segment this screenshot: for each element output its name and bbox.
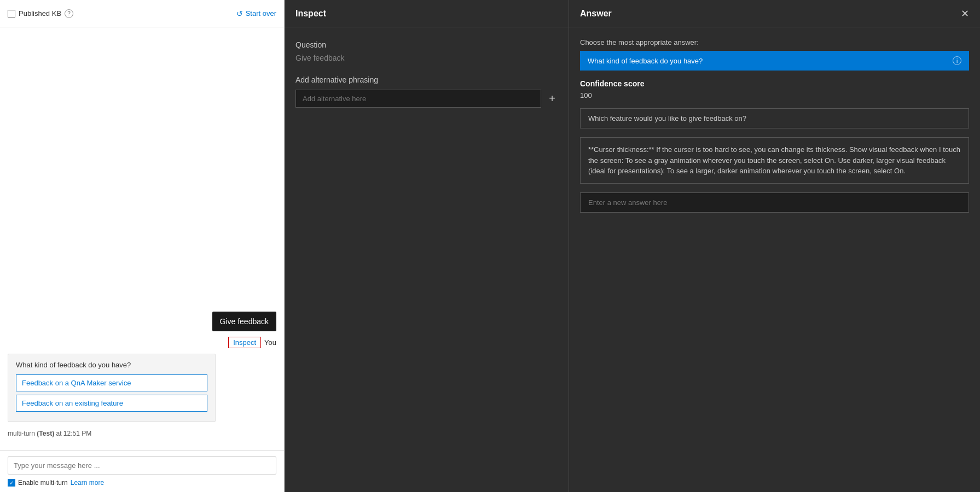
published-kb-help[interactable]: ?: [65, 9, 73, 18]
you-label: You: [264, 338, 276, 347]
alt-phrasing-label: Add alternative phrasing: [295, 75, 558, 84]
message-input[interactable]: [8, 456, 276, 475]
refresh-icon: ↺: [236, 9, 243, 18]
close-button[interactable]: ✕: [961, 8, 969, 20]
answer-option-text: What kind of feedback do you have?: [588, 57, 703, 65]
confidence-section: Confidence score 100: [580, 79, 969, 99]
enable-row: ✓ Enable multi-turn Learn more: [8, 479, 276, 487]
learn-more-link[interactable]: Learn more: [71, 479, 104, 487]
alt-input[interactable]: [295, 90, 541, 108]
middle-content: Question Give feedback Add alternative p…: [285, 27, 569, 121]
question-section: Question Give feedback: [295, 40, 558, 62]
choose-label: Choose the most appropriate answer:: [580, 38, 969, 46]
answer-option[interactable]: What kind of feedback do you have? i: [580, 51, 969, 71]
bot-question: What kind of feedback do you have?: [16, 361, 207, 369]
bot-response: What kind of feedback do you have? Feedb…: [8, 354, 216, 422]
answer-title: Answer: [580, 9, 612, 19]
question-text: Give feedback: [295, 54, 558, 62]
right-header: Answer ✕: [569, 0, 980, 27]
give-feedback-bubble: Give feedback: [212, 312, 277, 331]
right-content: Choose the most appropriate answer: What…: [569, 27, 980, 492]
alt-input-row: +: [295, 90, 558, 108]
option1-button[interactable]: Feedback on a QnA Maker service: [16, 374, 207, 391]
inspect-you-row: Inspect You: [8, 337, 276, 348]
left-header: Published KB ? ↺ Start over: [0, 0, 284, 27]
start-over-label: Start over: [246, 9, 276, 17]
answer-content-box: **Cursor thickness:** If the curser is t…: [580, 137, 969, 184]
confidence-label: Confidence score: [580, 79, 969, 88]
enable-multi-turn-checkbox[interactable]: ✓: [8, 479, 15, 487]
confidence-value: 100: [580, 91, 969, 99]
alt-phrasing-section: Add alternative phrasing +: [295, 75, 558, 108]
start-over-button[interactable]: ↺ Start over: [236, 9, 276, 18]
right-panel: Answer ✕ Choose the most appropriate ans…: [569, 0, 980, 492]
enable-multi-turn-label: Enable multi-turn: [18, 479, 68, 487]
which-feature-box: Which feature would you like to give fee…: [580, 108, 969, 128]
question-section-label: Question: [295, 40, 558, 49]
new-answer-input[interactable]: [580, 192, 969, 213]
info-icon[interactable]: i: [953, 56, 961, 65]
answer-options-section: Choose the most appropriate answer: What…: [580, 38, 969, 71]
left-panel: Published KB ? ↺ Start over Give feedbac…: [0, 0, 285, 492]
option2-button[interactable]: Feedback on an existing feature: [16, 395, 207, 412]
inspect-button[interactable]: Inspect: [228, 337, 261, 348]
inspect-title: Inspect: [295, 9, 326, 19]
middle-panel: Inspect Question Give feedback Add alter…: [285, 0, 569, 492]
chat-area: Give feedback Inspect You What kind of f…: [0, 27, 284, 450]
message-input-area: ✓ Enable multi-turn Learn more: [0, 450, 284, 492]
middle-header: Inspect: [285, 0, 569, 27]
published-kb-label: Published KB: [19, 9, 61, 17]
multi-turn-info: multi-turn (Test) at 12:51 PM: [8, 427, 276, 440]
add-alt-button[interactable]: +: [547, 92, 558, 105]
published-kb: Published KB ?: [8, 9, 73, 18]
published-kb-checkbox[interactable]: [8, 10, 15, 17]
